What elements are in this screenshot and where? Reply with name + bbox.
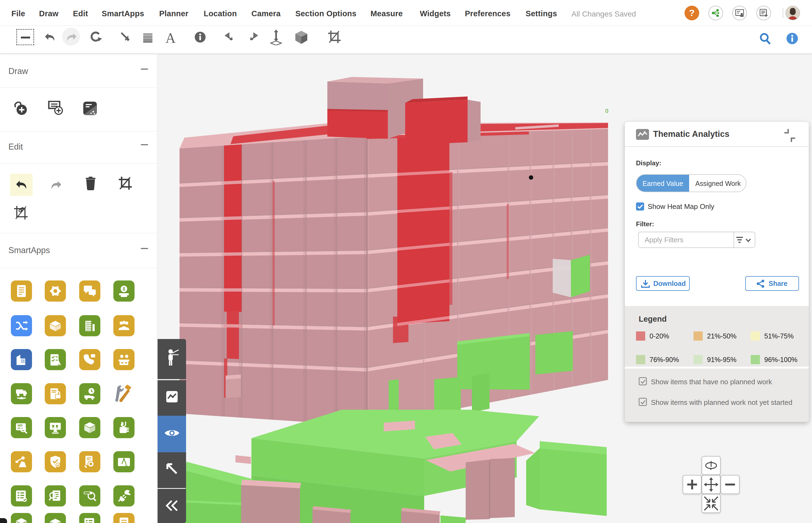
svg-text:$: $ [123,287,125,291]
svg-text:0: 0 [605,108,608,114]
